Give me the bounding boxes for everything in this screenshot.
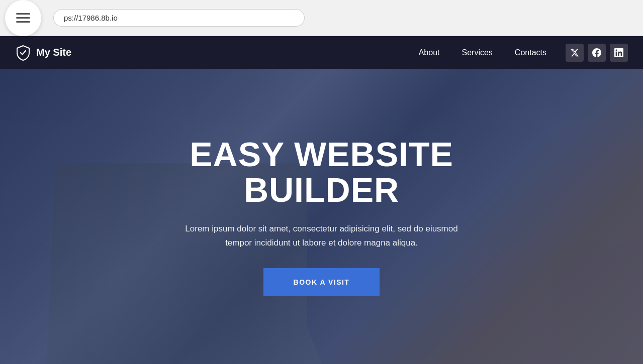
hero-title-line1: EASY WEBSITE (190, 135, 453, 173)
hero-cta-button[interactable]: BOOK A VISIT (263, 268, 380, 296)
browser-bar: ps://17986.8b.io (0, 0, 643, 36)
nav-link-about[interactable]: About (408, 36, 451, 69)
hero-content: EASY WEBSITE BUILDER Lorem ipsum dolor s… (166, 137, 478, 297)
linkedin-icon[interactable] (610, 44, 628, 62)
twitter-icon[interactable] (566, 44, 584, 62)
hero-section: EASY WEBSITE BUILDER Lorem ipsum dolor s… (0, 69, 643, 364)
hero-title: EASY WEBSITE BUILDER (176, 137, 468, 208)
hero-title-line2: BUILDER (244, 171, 399, 209)
nav-links: About Services Contacts (408, 36, 628, 69)
facebook-icon[interactable] (588, 44, 606, 62)
shield-icon (15, 45, 31, 61)
social-icons (566, 44, 628, 62)
site-logo[interactable]: My Site (15, 45, 71, 61)
browser-menu-button[interactable] (5, 0, 41, 36)
site-logo-text: My Site (36, 47, 71, 58)
url-bar[interactable]: ps://17986.8b.io (53, 9, 305, 27)
nav-link-services[interactable]: Services (451, 36, 504, 69)
nav-link-contacts[interactable]: Contacts (504, 36, 558, 69)
hero-subtitle: Lorem ipsum dolor sit amet, consectetur … (176, 222, 468, 250)
site-navbar: My Site About Services Contacts (0, 36, 643, 69)
